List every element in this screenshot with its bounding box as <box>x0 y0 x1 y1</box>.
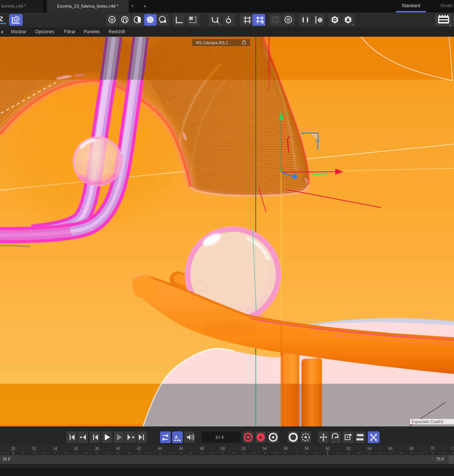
svg-text:48: 48 <box>200 447 204 451</box>
svg-text:50: 50 <box>221 447 225 451</box>
svg-text:42: 42 <box>137 447 141 451</box>
svg-text:34: 34 <box>53 447 58 451</box>
svg-text:64: 64 <box>367 447 372 451</box>
svg-text:44: 44 <box>158 447 162 451</box>
svg-text:58: 58 <box>305 447 309 451</box>
svg-text:30: 30 <box>11 447 16 451</box>
svg-text:40: 40 <box>116 447 120 451</box>
svg-text:Z: Z <box>0 16 3 23</box>
svg-text:54: 54 <box>263 447 267 451</box>
svg-text:A: A <box>175 435 178 439</box>
svg-text:68: 68 <box>409 447 414 451</box>
svg-text:38: 38 <box>95 447 100 451</box>
svg-text:70: 70 <box>430 447 435 451</box>
svg-text:32: 32 <box>32 447 37 451</box>
svg-text:RS Cámara RS.1: RS Cámara RS.1 <box>196 40 228 45</box>
svg-text:52: 52 <box>242 447 246 451</box>
svg-text:56: 56 <box>284 447 288 451</box>
svg-text:62: 62 <box>347 447 351 451</box>
svg-text:60: 60 <box>325 447 330 451</box>
svg-text:66: 66 <box>389 447 393 451</box>
svg-text:36: 36 <box>74 447 79 451</box>
svg-text:57 F: 57 F <box>216 435 224 440</box>
svg-text:A: A <box>259 435 262 440</box>
svg-text:46: 46 <box>179 447 183 451</box>
svg-text:72: 72 <box>451 447 454 451</box>
svg-text:Espaciado Cuadríc: Espaciado Cuadríc <box>412 420 444 424</box>
